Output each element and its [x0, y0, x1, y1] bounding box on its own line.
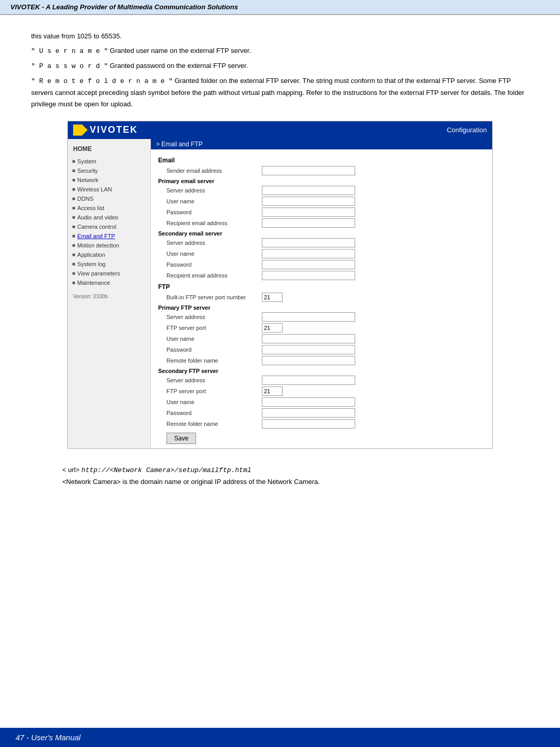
pftp-password-input[interactable]: [262, 345, 355, 354]
sftp-password-input[interactable]: [262, 408, 355, 418]
config-label: Configuration: [447, 126, 487, 134]
sidebar-version: Version: 0100b: [68, 287, 150, 301]
pftp-password-row: Password: [158, 345, 485, 354]
footer-line2-post: is the domain name or original IP addres…: [121, 478, 320, 486]
username-term: " U s e r n a m e ": [31, 47, 108, 55]
plus-icon-system: ■: [72, 158, 75, 164]
sftp-server-row: Server address: [158, 376, 485, 385]
sftp-user-label: User name: [158, 399, 262, 405]
primary-user-label: User name: [158, 198, 262, 204]
vivotek-logo: VIVOTEK: [73, 125, 138, 136]
sidebar-item-emailftp[interactable]: ■ Email and FTP: [68, 231, 150, 241]
sidebar-item-motion[interactable]: ■ Motion detection: [68, 241, 150, 250]
sftp-port-row: FTP server port: [158, 386, 485, 396]
sidebar-item-network[interactable]: ■ Network: [68, 175, 150, 185]
sftp-server-input[interactable]: [262, 376, 355, 385]
email-section-header: Email: [158, 157, 485, 164]
save-button[interactable]: Save: [166, 433, 196, 444]
sftp-remote-label: Remote folder name: [158, 421, 262, 427]
intro-line4: " R e m o t e f o l d e r n a m e " Gran…: [31, 75, 529, 110]
plus-icon-ddns: ■: [72, 196, 75, 201]
builtin-ftp-input[interactable]: [262, 293, 283, 302]
plus-icon-syslog: ■: [72, 261, 75, 267]
pftp-port-input[interactable]: [262, 323, 283, 333]
pftp-remote-row: Remote folder name: [158, 356, 485, 365]
sidebar-item-maintenance[interactable]: ■ Maintenance: [68, 278, 150, 287]
secondary-email-server-header: Secondary email server: [158, 230, 485, 237]
username-desc: Granted user name on the external FTP se…: [108, 47, 251, 54]
sidebar-label-viewparams: View parameters: [77, 270, 120, 276]
footer-text: < url> http://<Network Camera>/setup/mai…: [31, 459, 529, 493]
sidebar-item-application[interactable]: ■ Application: [68, 250, 150, 259]
sidebar-item-accesslist[interactable]: ■ Access list: [68, 203, 150, 213]
config-main: > Email and FTP Email Sender email addre…: [151, 139, 492, 448]
plus-icon-motion: ■: [72, 242, 75, 248]
secondary-recipient-input[interactable]: [262, 271, 355, 280]
primary-email-server-header: Primary email server: [158, 178, 485, 184]
pftp-user-row: User name: [158, 334, 485, 343]
page-footer: 47 - User's Manual: [0, 728, 560, 747]
pftp-port-row: FTP server port: [158, 323, 485, 333]
sidebar-item-system[interactable]: ■ System: [68, 157, 150, 166]
sidebar-item-audio[interactable]: ■ Audio and video: [68, 213, 150, 222]
secondary-server-address-input[interactable]: [262, 238, 355, 247]
password-term: " P a s s w o r d ": [31, 62, 108, 70]
pftp-user-input[interactable]: [262, 334, 355, 343]
pftp-remote-label: Remote folder name: [158, 357, 262, 364]
secondary-ftp-server-header: Secondary FTP server: [158, 368, 485, 374]
plus-icon-security: ■: [72, 168, 75, 173]
ftp-section-header: FTP: [158, 283, 485, 290]
primary-server-address-row: Server address: [158, 186, 485, 195]
sidebar-home[interactable]: HOME: [68, 143, 150, 157]
plus-icon-audio: ■: [72, 214, 75, 220]
primary-server-address-input[interactable]: [262, 186, 355, 195]
plus-icon-maintenance: ■: [72, 280, 75, 285]
primary-recipient-input[interactable]: [262, 218, 355, 228]
pftp-server-label: Server address: [158, 314, 262, 320]
sidebar: HOME ■ System ■ Security ■ Network ■ Wir…: [68, 139, 151, 448]
header-title: VIVOTEK - A Leading Provider of Multimed…: [10, 3, 238, 11]
secondary-server-address-row: Server address: [158, 238, 485, 247]
pftp-remote-input[interactable]: [262, 356, 355, 365]
secondary-recipient-row: Recipient email address: [158, 271, 485, 280]
sidebar-item-security[interactable]: ■ Security: [68, 166, 150, 175]
remotefolder-term: " R e m o t e f o l d e r n a m e ": [31, 77, 173, 85]
sftp-port-label: FTP server port: [158, 388, 262, 394]
sidebar-label-security: Security: [77, 168, 98, 174]
sidebar-item-viewparams[interactable]: ■ View parameters: [68, 269, 150, 278]
primary-password-input[interactable]: [262, 208, 355, 217]
plus-icon-accesslist: ■: [72, 205, 75, 211]
sidebar-label-audio: Audio and video: [77, 214, 118, 220]
sidebar-label-motion: Motion detection: [77, 242, 119, 248]
sidebar-label-emailftp: Email and FTP: [77, 233, 115, 239]
secondary-user-input[interactable]: [262, 249, 355, 258]
plus-icon-camera: ■: [72, 224, 75, 229]
page-content: this value from 1025 to 65535. " U s e r…: [0, 15, 560, 503]
sftp-user-input[interactable]: [262, 397, 355, 407]
logo-text: VIVOTEK: [90, 125, 138, 135]
footer-line2: <Network Camera> is the domain name or o…: [62, 476, 498, 488]
sidebar-item-ddns[interactable]: ■ DDNS: [68, 194, 150, 203]
sidebar-label-wireless: Wireless LAN: [77, 186, 112, 192]
sidebar-item-wireless[interactable]: ■ Wireless LAN: [68, 185, 150, 194]
sender-email-input[interactable]: [262, 166, 355, 175]
secondary-password-input[interactable]: [262, 260, 355, 269]
sidebar-label-accesslist: Access list: [77, 205, 104, 211]
intro-line3: " P a s s w o r d " Granted password on …: [31, 60, 529, 72]
sidebar-item-syslog[interactable]: ■ System log: [68, 259, 150, 269]
sftp-remote-input[interactable]: [262, 419, 355, 428]
pftp-server-input[interactable]: [262, 312, 355, 322]
sidebar-item-camera[interactable]: ■ Camera control: [68, 222, 150, 231]
sidebar-label-network: Network: [77, 177, 98, 183]
pftp-port-label: FTP server port: [158, 325, 262, 331]
network-camera-label: <Network Camera>: [62, 478, 121, 486]
primary-ftp-server-header: Primary FTP server: [158, 305, 485, 311]
primary-user-input[interactable]: [262, 197, 355, 206]
config-window: VIVOTEK Configuration HOME ■ System ■ Se…: [67, 121, 493, 449]
password-desc: Granted password on the external FTP ser…: [108, 62, 248, 70]
sftp-port-input[interactable]: [262, 386, 283, 396]
sender-email-label: Sender email address: [158, 168, 262, 174]
sidebar-label-maintenance: Maintenance: [77, 280, 110, 286]
sidebar-label-system: System: [77, 158, 96, 164]
plus-icon-viewparams: ■: [72, 270, 75, 276]
